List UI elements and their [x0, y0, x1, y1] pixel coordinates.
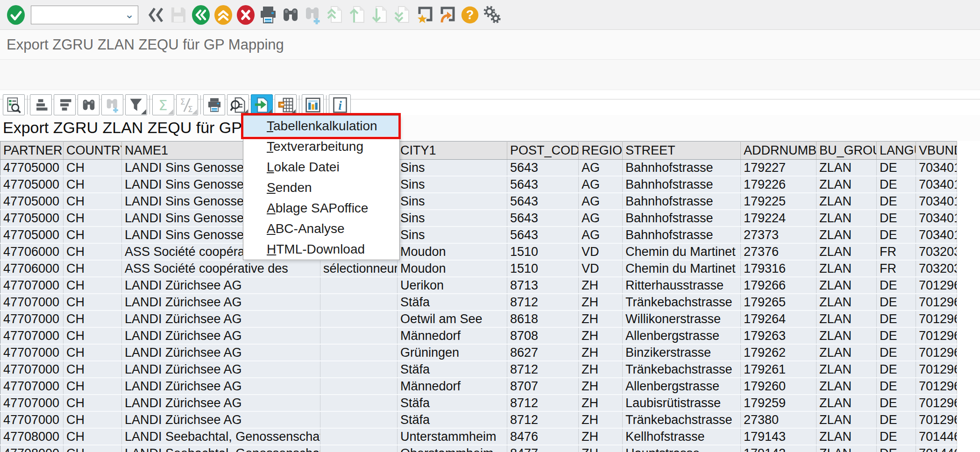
cell-street[interactable]: Allenbergstrasse — [623, 327, 741, 344]
cell-name1[interactable]: LANDI Zürichsee AG — [122, 294, 320, 311]
cell-post_code1[interactable]: 8708 — [507, 327, 579, 344]
cell-partner[interactable]: 47708000 — [0, 428, 64, 445]
cell-country[interactable]: CH — [64, 294, 122, 311]
cell-post_code1[interactable]: 5643 — [507, 160, 579, 177]
cell-bu_group[interactable]: ZLAN — [817, 193, 877, 210]
cell-langu[interactable]: FR — [877, 260, 916, 277]
cell-bu_group[interactable]: ZLAN — [817, 176, 877, 193]
cell-bu_group[interactable]: ZLAN — [817, 311, 877, 327]
cell-addrnumber[interactable]: 179226 — [741, 176, 817, 193]
back-icon[interactable] — [190, 3, 212, 27]
cell-country[interactable]: CH — [64, 226, 122, 243]
cell-vbund[interactable]: 703401 — [916, 193, 957, 210]
cell-vbund[interactable]: 701296 — [916, 344, 957, 361]
cell-partner[interactable]: 47707000 — [0, 395, 64, 411]
cell-region[interactable]: ZH — [579, 361, 623, 378]
cell-addrnumber[interactable]: 27380 — [741, 411, 817, 428]
cell-street[interactable]: Tränkebachstrasse — [623, 361, 741, 378]
cell-region[interactable]: AG — [579, 160, 623, 177]
cell-country[interactable]: CH — [64, 277, 122, 294]
cell-city1[interactable]: Stäfa — [398, 294, 507, 311]
cell-street[interactable]: Chemin du Martinet — [623, 243, 741, 260]
cell-city1[interactable]: Sins — [398, 176, 507, 193]
cell-city1[interactable]: Unterstammheim — [398, 428, 507, 445]
cell-bu_group[interactable]: ZLAN — [817, 243, 877, 260]
info-icon[interactable]: i — [329, 94, 351, 115]
cell-langu[interactable]: FR — [877, 243, 916, 260]
cell-region[interactable]: AG — [579, 193, 623, 210]
cell-addrnumber[interactable]: 179225 — [741, 193, 817, 210]
cell-region[interactable]: ZH — [579, 378, 623, 395]
exit-icon[interactable] — [212, 3, 234, 27]
cell-addrnumber[interactable]: 179265 — [741, 294, 817, 311]
cell-bu_group[interactable]: ZLAN — [817, 226, 877, 243]
cell-name1[interactable]: LANDI Zürichsee AG — [122, 277, 320, 294]
cell-bu_group[interactable]: ZLAN — [817, 378, 877, 395]
continue-icon[interactable] — [5, 3, 27, 27]
column-header-post_code1[interactable]: POST_CODE1 — [507, 141, 579, 160]
cell-partner[interactable]: 47705000 — [0, 226, 64, 243]
cell-region[interactable]: ZH — [579, 344, 623, 361]
cell-name2[interactable] — [320, 411, 398, 428]
collapse-toolbar-icon[interactable] — [145, 3, 167, 27]
cell-name2[interactable] — [320, 344, 398, 361]
cell-langu[interactable]: DE — [877, 344, 916, 361]
cell-city1[interactable]: Sins — [398, 193, 507, 210]
cell-langu[interactable]: DE — [877, 210, 916, 226]
print-icon[interactable] — [203, 94, 225, 115]
cell-vbund[interactable]: 701296 — [916, 411, 957, 428]
cell-city1[interactable]: Oetwil am See — [398, 311, 507, 327]
cell-addrnumber[interactable]: 179261 — [741, 361, 817, 378]
cell-post_code1[interactable]: 1510 — [507, 260, 579, 277]
cell-street[interactable]: Binzikerstrasse — [623, 344, 741, 361]
cell-city1[interactable]: Grüningen — [398, 344, 507, 361]
create-shortcut-icon[interactable] — [414, 3, 436, 27]
cell-name1[interactable]: ASS Société coopérative des — [122, 260, 320, 277]
cell-post_code1[interactable]: 8712 — [507, 361, 579, 378]
cell-name1[interactable]: LANDI Seebachtal, Genossenschaft — [122, 445, 320, 452]
cell-vbund[interactable]: 703401 — [916, 226, 957, 243]
cell-partner[interactable]: 47705000 — [0, 193, 64, 210]
cell-langu[interactable]: DE — [877, 311, 916, 327]
cell-vbund[interactable]: 701296 — [916, 361, 957, 378]
cell-bu_group[interactable]: ZLAN — [817, 260, 877, 277]
cell-langu[interactable]: DE — [877, 411, 916, 428]
cell-city1[interactable]: Sins — [398, 210, 507, 226]
cell-region[interactable]: ZH — [579, 277, 623, 294]
cell-langu[interactable]: DE — [877, 327, 916, 344]
cell-langu[interactable]: DE — [877, 160, 916, 177]
find-icon[interactable] — [78, 94, 99, 115]
cell-post_code1[interactable]: 8627 — [507, 344, 579, 361]
cell-partner[interactable]: 47705000 — [0, 176, 64, 193]
cell-addrnumber[interactable]: 179260 — [741, 378, 817, 395]
cell-partner[interactable]: 47706000 — [0, 243, 64, 260]
cell-vbund[interactable]: 701296 — [916, 311, 957, 327]
cell-langu[interactable]: DE — [877, 378, 916, 395]
cell-city1[interactable]: Männedorf — [398, 327, 507, 344]
cell-street[interactable]: Bahnhofstrasse — [623, 160, 741, 177]
cell-city1[interactable]: Sins — [398, 160, 507, 177]
column-header-city1[interactable]: CITY1 — [398, 141, 507, 160]
cell-region[interactable]: ZH — [579, 294, 623, 311]
cell-addrnumber[interactable]: 27373 — [741, 226, 817, 243]
cell-post_code1[interactable]: 8712 — [507, 411, 579, 428]
cell-region[interactable]: ZH — [579, 311, 623, 327]
cell-name1[interactable]: LANDI Zürichsee AG — [122, 344, 320, 361]
cell-post_code1[interactable]: 8712 — [507, 294, 579, 311]
cell-name1[interactable]: LANDI Zürichsee AG — [122, 327, 320, 344]
cell-addrnumber[interactable]: 179263 — [741, 327, 817, 344]
cell-bu_group[interactable]: ZLAN — [817, 344, 877, 361]
help-icon[interactable]: ? — [459, 3, 481, 27]
cell-post_code1[interactable]: 8618 — [507, 311, 579, 327]
cell-country[interactable]: CH — [64, 344, 122, 361]
details-icon[interactable] — [3, 94, 25, 115]
cell-name2[interactable] — [320, 277, 398, 294]
cell-street[interactable]: Chemin du Martinet — [623, 260, 741, 277]
cell-bu_group[interactable]: ZLAN — [817, 294, 877, 311]
cell-partner[interactable]: 47705000 — [0, 160, 64, 177]
cell-name2[interactable] — [320, 378, 398, 395]
menu-item-lokale-datei[interactable]: Lokale Datei — [243, 157, 399, 177]
cell-city1[interactable]: Uerikon — [398, 277, 507, 294]
filter-icon[interactable] — [125, 94, 147, 115]
cell-city1[interactable]: Moudon — [398, 260, 507, 277]
